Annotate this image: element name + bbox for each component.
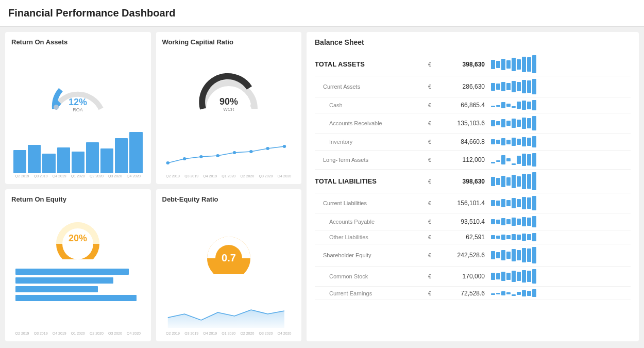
spark-bar (522, 234, 526, 241)
spark-bar (491, 120, 495, 126)
wcr-value: 90% (219, 96, 238, 107)
wcr-x-axis: Q2 2019 Q3 2019 Q4 2019 Q1 2020 Q2 2020 … (162, 173, 296, 178)
spark-bar (522, 101, 526, 110)
bs-label: Common Stock (315, 273, 428, 279)
spark-bar (522, 290, 526, 296)
spark-bar (501, 155, 505, 164)
bs-row: TOTAL LIABILITIES € 398,630 (315, 170, 631, 193)
spark-bar (491, 60, 495, 69)
bs-label: TOTAL LIABILITIES (315, 177, 428, 185)
balance-sheet-title: Balance Sheet (315, 38, 631, 46)
bs-value: 242,528.6 (438, 252, 485, 259)
spark-dash (491, 293, 495, 295)
svg-point-1 (250, 103, 257, 109)
bs-currency: € (428, 200, 438, 206)
spark-bar (532, 172, 536, 190)
der-value: 0.7 (222, 252, 236, 263)
spark-bar (506, 235, 511, 239)
bs-value: 72,528.6 (438, 290, 485, 297)
bs-sparkline (485, 55, 631, 73)
spark-bar (501, 218, 505, 225)
spark-bar (532, 247, 536, 263)
bs-currency: € (428, 120, 438, 126)
hbar-2 (15, 277, 113, 284)
svg-point-7 (249, 150, 252, 153)
bs-label: Accounts Payable (315, 219, 428, 225)
spark-bar (522, 57, 526, 72)
bs-sparkline (485, 153, 631, 167)
spark-bar (532, 100, 536, 110)
bs-currency: € (428, 252, 438, 258)
roe-title: Return On Equity (11, 195, 145, 203)
bs-row: Current Liabilities € 156,101.4 (315, 193, 631, 213)
spark-bar (527, 291, 531, 296)
der-x-axis: Q2 2019 Q3 2019 Q4 2019 Q1 2020 Q2 2020 … (162, 330, 296, 335)
spark-bar (522, 217, 526, 226)
svg-point-9 (282, 145, 285, 148)
spark-bar (517, 82, 521, 91)
der-title: Debt-Equity Ratio (162, 195, 296, 203)
der-panel: Debt-Equity Ratio 0.7 (156, 189, 302, 341)
spark-bar (491, 273, 495, 280)
spark-bar (527, 102, 531, 109)
bar-5 (72, 152, 84, 173)
spark-bar (522, 80, 526, 93)
roa-value: 12% (69, 97, 87, 107)
svg-point-3 (182, 157, 185, 160)
spark-bar (491, 200, 495, 206)
bs-sparkline (485, 136, 631, 147)
spark-bar (527, 154, 531, 165)
spark-bar (506, 140, 511, 144)
bs-label: Cash (315, 102, 428, 108)
spark-bar (506, 219, 511, 224)
spark-bar (506, 104, 511, 107)
spark-bar (517, 219, 521, 225)
bs-row: Inventory € 84,660.8 (315, 134, 631, 151)
wcr-panel: Working Capitial Ratio 90% WCR (156, 32, 302, 184)
bs-sparkline (485, 79, 631, 94)
spark-bar (501, 199, 505, 207)
spark-bar (527, 138, 531, 146)
bar-3 (42, 154, 55, 173)
spark-bar (506, 83, 511, 90)
bs-label: Inventory (315, 139, 428, 145)
spark-bar (532, 55, 536, 73)
spark-bar (496, 84, 500, 90)
bs-currency: € (428, 61, 438, 68)
bs-row: Other Liabilities € 62,591 (315, 230, 631, 244)
spark-bar (522, 197, 526, 209)
bs-currency: € (428, 290, 438, 296)
spark-dash (496, 293, 500, 294)
spark-bar (512, 218, 516, 226)
spark-bar (532, 289, 536, 297)
spark-bar (527, 80, 531, 93)
spark-bar (501, 235, 505, 240)
bs-row: Cash € 66,865.4 (315, 97, 631, 113)
spark-bar (512, 234, 516, 240)
spark-bar (517, 120, 521, 127)
roa-x-axis: Q2 2019 Q3 2019 Q4 2019 Q1 2020 Q2 2020 … (11, 173, 145, 178)
bs-sparkline (485, 196, 631, 210)
wcr-title: Working Capitial Ratio (162, 38, 296, 46)
bs-sparkline (485, 172, 631, 190)
spark-bar (506, 60, 511, 69)
spark-bar (522, 137, 526, 146)
spark-bar (512, 198, 516, 208)
bs-value: 62,591 (438, 234, 485, 241)
spark-dash (491, 106, 495, 107)
spark-bar (512, 58, 516, 71)
balance-sheet-panel: Balance Sheet TOTAL ASSETS € 398,630 Cur… (307, 32, 639, 341)
bs-value: 93,510.4 (438, 218, 485, 225)
bs-currency: € (428, 84, 438, 90)
bs-currency: € (428, 273, 438, 279)
spark-bar (496, 61, 500, 68)
roe-panel: Return On Equity 20% (5, 189, 151, 341)
bs-label: Long-Term Assets (315, 157, 428, 163)
spark-bar (512, 138, 516, 146)
bs-label: Current Assets (315, 84, 428, 90)
wcr-sublabel: WCR (223, 107, 234, 112)
hbar-1 (15, 269, 129, 275)
roe-hbar-chart (11, 267, 145, 331)
bs-label: Accounts Receivable (315, 120, 428, 126)
bs-row: Current Earnings € 72,528.6 (315, 287, 631, 300)
